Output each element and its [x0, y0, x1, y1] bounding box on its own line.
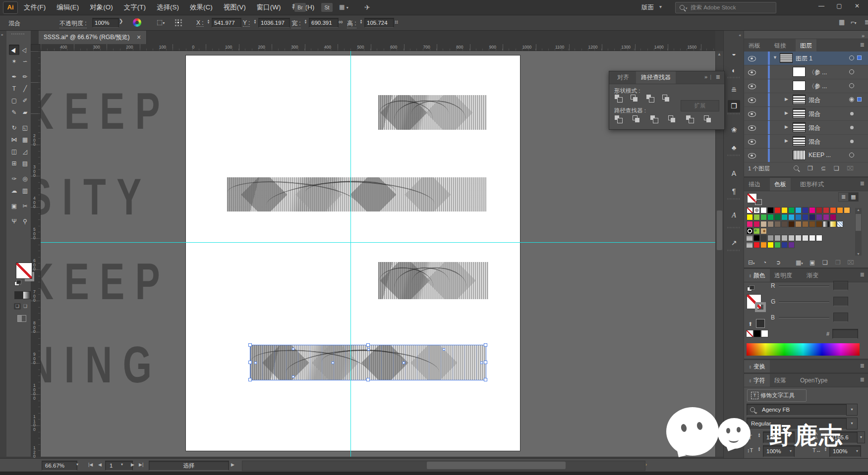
disclosure-down-icon[interactable]: ▼: [773, 55, 777, 60]
color-mode-button[interactable]: [14, 291, 23, 299]
swatch-#ffffff[interactable]: [816, 235, 822, 241]
swatch-#584a41[interactable]: [781, 221, 788, 227]
visibility-eye-icon[interactable]: [748, 84, 756, 89]
selection-handle[interactable]: [484, 343, 487, 347]
symbols-panel-icon[interactable]: ♣: [728, 142, 740, 154]
panel-menu-icon[interactable]: ≣: [716, 74, 720, 80]
font-family-dropdown[interactable]: ▾: [846, 404, 858, 416]
swatch-#e0231d[interactable]: [774, 207, 781, 213]
swatch-#fff200[interactable]: [767, 242, 774, 248]
pathfinder-outline-button[interactable]: [686, 115, 695, 124]
tab-段落[interactable]: 段落: [770, 374, 791, 387]
color-spectrum[interactable]: [747, 343, 860, 356]
document-tab[interactable]: SSSS.ai* @ 66.67% (RGB/预览)✕: [39, 31, 147, 44]
tab-渐变[interactable]: 渐变: [802, 269, 823, 282]
tab-画板[interactable]: 画板: [744, 39, 765, 52]
layer-row[interactable]: ▶混合: [744, 93, 868, 107]
channel-value-B[interactable]: [833, 313, 848, 322]
curvature-tool[interactable]: ✏: [20, 72, 30, 82]
target-selected-icon[interactable]: [849, 97, 854, 102]
scale-tool[interactable]: ◱: [20, 123, 30, 133]
path-anchor[interactable]: [367, 348, 370, 351]
swatch-#d3145a[interactable]: [753, 221, 760, 227]
paintbrush-tool[interactable]: ✐: [20, 96, 30, 106]
character-menu-icon[interactable]: ≣: [860, 376, 865, 383]
stock-search-box[interactable]: ▾ 搜索 Adobe Stock: [675, 2, 776, 13]
swatch-#f7941e[interactable]: [837, 207, 843, 213]
horizontal-ruler[interactable]: 4003002001000100200300400500600700800900…: [41, 44, 715, 51]
layer-row[interactable]: KEEP ...: [744, 149, 868, 162]
swatch-#252261[interactable]: [809, 214, 815, 220]
swatch-#9d005d[interactable]: [830, 214, 836, 220]
layer-row[interactable]: ▶混合: [744, 107, 868, 121]
artboard-tool[interactable]: ▣: [9, 201, 19, 211]
swatch-#3ab54a[interactable]: [774, 242, 781, 248]
transform-options-icon[interactable]: ⌗: [395, 18, 398, 26]
swatch-#28aae1[interactable]: [795, 207, 802, 213]
target-circle-icon[interactable]: [849, 83, 854, 88]
shape-mode-exclude-button[interactable]: [662, 94, 672, 103]
panel-collapse-icon[interactable]: »: [704, 74, 707, 80]
direct-selection-tool[interactable]: ▷: [20, 45, 30, 55]
swatch-#989898[interactable]: [767, 235, 774, 241]
selection-handle[interactable]: [248, 378, 252, 381]
target-dot-icon[interactable]: [850, 140, 854, 143]
menu-item-对象(O)[interactable]: 对象(O): [90, 3, 113, 12]
character-styles-panel-icon[interactable]: A: [728, 167, 740, 180]
new-sublayer-icon[interactable]: ⊆: [821, 165, 826, 172]
zoom-tool[interactable]: ⚲: [20, 216, 30, 227]
tab-transform[interactable]: ⇕变换: [744, 360, 770, 373]
visibility-eye-icon[interactable]: [748, 125, 756, 131]
swatch-#c4c4c4[interactable]: [788, 235, 795, 241]
path-anchor[interactable]: [254, 362, 257, 364]
reference-point-widget[interactable]: [174, 19, 182, 27]
slice-tool[interactable]: ✂: [20, 201, 30, 211]
eyedropper-tool[interactable]: ✑: [9, 174, 19, 184]
leading-dropdown[interactable]: ▾: [857, 431, 865, 443]
selection-handle[interactable]: [484, 378, 487, 381]
swatch-#f7941e[interactable]: [760, 242, 767, 248]
selection-handle[interactable]: [366, 343, 370, 347]
disclosure-right-icon[interactable]: ▶: [785, 138, 788, 143]
swatch-#a57c51[interactable]: [795, 221, 802, 227]
artboard-dropdown-icon[interactable]: ▾: [121, 462, 123, 467]
hand-tool[interactable]: Ψ: [9, 216, 19, 227]
pathfinder-crop-button[interactable]: [668, 115, 678, 124]
tab-对齐[interactable]: 对齐: [612, 71, 634, 84]
selection-handle[interactable]: [366, 378, 370, 381]
selection-proxy-square[interactable]: [857, 55, 862, 60]
tab-颜色[interactable]: ⇕颜色: [744, 269, 770, 282]
delete-swatch-icon[interactable]: ⌧: [847, 259, 854, 266]
swatch-#8b6239[interactable]: [802, 221, 809, 227]
font-style-dropdown[interactable]: ▾: [846, 418, 858, 429]
visibility-eye-icon[interactable]: [748, 139, 756, 145]
link-dimensions-icon[interactable]: ∞: [339, 18, 343, 25]
white-chip[interactable]: [761, 330, 768, 337]
layer-row[interactable]: 〈参 ...: [744, 79, 868, 93]
target-dot-icon[interactable]: [850, 126, 854, 129]
list-view-button[interactable]: ≣: [838, 192, 849, 202]
paragraph-styles-panel-icon[interactable]: ¶: [728, 185, 740, 198]
collapse-tools-icon[interactable]: «: [1, 33, 3, 37]
path-anchor[interactable]: [332, 362, 334, 364]
path-anchor[interactable]: [292, 348, 294, 350]
menu-item-编辑(E)[interactable]: 编辑(E): [57, 3, 79, 12]
expand-panels-icon[interactable]: »: [862, 33, 865, 39]
swatch-#3ab54a[interactable]: [760, 214, 767, 220]
minimize-button[interactable]: —: [814, 0, 829, 12]
swatch-libraries-icon[interactable]: ⊟▾: [748, 259, 755, 266]
layer-name[interactable]: 混合: [809, 138, 820, 146]
swatch-pat-floral[interactable]: [760, 228, 767, 234]
tab-透明度[interactable]: 透明度: [770, 269, 797, 282]
menu-item-窗口(W)[interactable]: 窗口(W): [257, 3, 281, 12]
glyphs-panel-icon[interactable]: A: [728, 209, 740, 221]
layer-row[interactable]: 〈参 ...: [744, 65, 868, 79]
swatch-#ec1c24[interactable]: [753, 242, 760, 248]
swatch-#8dc63f[interactable]: [753, 214, 760, 220]
artboard-number-field[interactable]: 1: [105, 461, 133, 471]
target-dot-icon[interactable]: [850, 112, 854, 115]
select-similar-icon[interactable]: ⬚▾: [157, 18, 165, 26]
horizontal-scale-stepper[interactable]: ▲▼: [823, 445, 828, 454]
swatch-#3b3b3b[interactable]: [760, 235, 767, 241]
pathfinder-divide-button[interactable]: [614, 115, 624, 124]
